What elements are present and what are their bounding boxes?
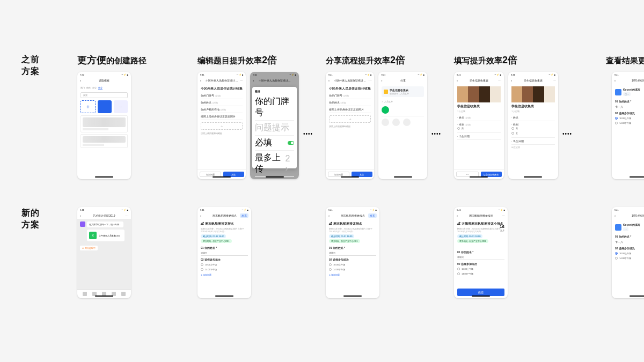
- required-toggle[interactable]: [288, 141, 294, 145]
- col-fill: 填写提升效率2倍 9:41•• ⚡ ■ ‹学生信息收集表⋯ 学生信息收集表 1 …: [454, 54, 572, 179]
- file-attachment[interactable]: X上午信息人员收集.xlsx: [87, 230, 125, 241]
- row-label-old: 之前 方案: [21, 54, 64, 78]
- flow-dots: ••••: [303, 72, 313, 179]
- phone-edit-list: 9:41•• ⚡ ■ ‹小区外来人员居住证统计…⋯ 小区外来人员居住证统计收集 …: [197, 72, 246, 179]
- search-input[interactable]: 搜索: [80, 92, 128, 98]
- col-create: 更方便的创建路径 7:22•• ⚡ ■ ‹选取模板 热门防疫办公教育 搜索 +·…: [77, 54, 185, 179]
- question-edit-sheet: 题目 你的门牌号 问题提示 必填 最多上传2 ›: [252, 87, 296, 168]
- back-icon[interactable]: ‹: [80, 79, 81, 82]
- template-tile[interactable]: [98, 100, 112, 113]
- phone-result: 9:41•• ⚡ ■ ‹1/70 的结果 Koyori 的填写已… 01 你的姓…: [612, 72, 644, 179]
- col-edit: 编辑题目提升效率2倍 9:41•• ⚡ ■ ‹小区外来人员居住证统计…⋯ 小区外…: [197, 54, 313, 179]
- add-question-button[interactable]: +: [201, 122, 243, 130]
- add-question-link[interactable]: ⊕ 添加问题: [201, 272, 248, 276]
- headline-4: 填写提升效率2倍: [454, 54, 572, 67]
- phone-fill-1: 9:41•• ⚡ ■ ‹学生信息收集表⋯ 学生信息收集表 1 人已填 · 姓名 …: [454, 72, 504, 179]
- template-card[interactable]: [80, 115, 128, 132]
- new-col-1: 9:41•• ⚡ ■ ‹艺术设计学院2019⋯ 各大家帮忙填写一下，统计出来… …: [77, 207, 185, 298]
- result-user: Koyori 的填写已…: [615, 86, 644, 98]
- chat-toolbar[interactable]: [77, 289, 131, 298]
- share-preview: 学生信息收集表邀请填写，人员名单: [382, 86, 423, 97]
- link-icon[interactable]: [382, 119, 389, 126]
- tabs[interactable]: 热门防疫办公教育: [80, 86, 128, 90]
- date-badge: 16五月: [500, 224, 504, 232]
- phone-edit-sheet: 9:41•• ⚡ ■ ‹小区外来人员居住证统计… 题目 你的门牌号 问题提示 必…: [250, 72, 298, 179]
- phone-share-panel: 9:41•• ⚡ ■ ‹分享 学生信息收集表邀请填写，人员名单 ✓ 人员名单: [378, 72, 427, 179]
- phone-fill-2: 9:41•• ⚡ ■ ‹学生信息收集表⋯ 学生信息收集表 1 人已填 · 姓名 …: [508, 72, 558, 179]
- submit-button[interactable]: 提交: [457, 289, 504, 296]
- form-title: 小区外来人员居住证统计收集: [201, 86, 243, 91]
- new-blank-tile[interactable]: +: [80, 100, 96, 113]
- wechat-icon[interactable]: [382, 106, 389, 114]
- phone-share-form: 9:41•• ⚡ ■ ‹小区外来人员居住证统计…⋯ 小区外来人员居住证统计收集 …: [326, 72, 374, 179]
- col-share: 分享流程提升效率2倍 9:41•• ⚡ ■ ‹小区外来人员居住证统计…⋯ 小区外…: [326, 54, 441, 179]
- headline-1: 更方便的创建路径: [77, 54, 185, 67]
- headline-5: 查看结果更流畅: [585, 54, 644, 67]
- avatar: [80, 221, 85, 227]
- phone-templates: 7:22•• ⚡ ■ ‹选取模板 热门防疫办公教育 搜索 +···: [77, 72, 131, 179]
- col-result: 查看结果更流畅 9:41•• ⚡ ■ ‹1/70 的结果 Koyori 的填写已…: [585, 54, 644, 179]
- phone-new-share: 9:41•• ⚡ ■ ‹周末帆船周接龙报名发布 🏕 周末帆船周接龙报名 帆船周友…: [326, 207, 379, 298]
- excel-icon: X: [89, 232, 97, 239]
- headline-2: 编辑题目提升效率2倍: [197, 54, 313, 67]
- form-icon: [384, 90, 388, 94]
- phone-new-result: 9:41•• ⚡ ■ ‹1/70 的结果 Koyori 的填写… 01 你的姓名…: [612, 207, 644, 298]
- headline-3: 分享流程提升效率2倍: [326, 54, 441, 67]
- phone-new-edit: 9:41•• ⚡ ■ ‹周末帆船周接龙报名发布 🏕 周末帆船周接龙报名 帆船周友…: [197, 207, 251, 298]
- phone-new-fill: 9:41•• ⚡ ■ ‹周末帆船周接龙报名⋯ 🏕 大鹏湾周末帆船周接龙今报名 帆…: [454, 207, 508, 298]
- name-input[interactable]: [201, 250, 248, 256]
- phone-chat: 9:41•• ⚡ ■ ‹艺术设计学院2019⋯ 各大家帮忙填写一下，统计出来… …: [77, 207, 131, 298]
- cover-image: [457, 86, 501, 102]
- qr-icon[interactable]: [392, 119, 400, 126]
- row-label-new: 新的 方案: [21, 207, 64, 231]
- avatar: [615, 224, 621, 231]
- copy-icon[interactable]: [403, 119, 411, 126]
